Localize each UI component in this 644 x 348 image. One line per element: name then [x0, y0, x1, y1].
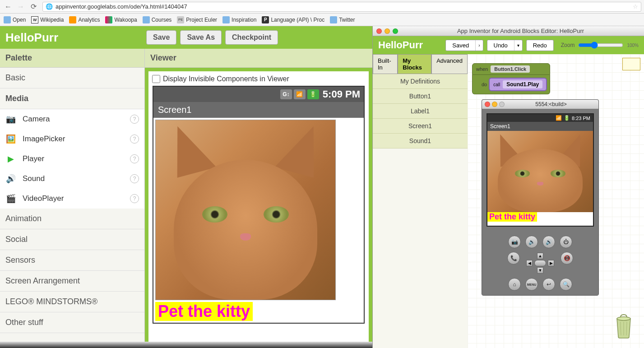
save-as-button[interactable]: Save As	[180, 30, 222, 45]
emu-camera-button[interactable]: 📷	[508, 236, 521, 248]
palette-category-basic[interactable]: Basic	[0, 68, 144, 88]
tab-myblocks[interactable]: My Blocks	[398, 54, 431, 74]
bookmark-wikipedia[interactable]: WWikipedia	[31, 16, 64, 23]
emu-home-button[interactable]: ⌂	[508, 278, 521, 291]
label1[interactable]: Pet the kitty	[155, 302, 253, 321]
blocks-canvas[interactable]: when Button1.Click do call Sound1.Play	[468, 54, 644, 348]
zoom-window-button[interactable]	[393, 28, 398, 34]
bookmark-projecteuler[interactable]: PEProject Euler	[177, 16, 217, 23]
emu-signal-icon: 📶	[556, 115, 562, 121]
bookmark-language[interactable]: PLanguage (API) \ Proc	[262, 16, 324, 23]
palette-category-other[interactable]: Other stuff	[0, 312, 144, 333]
call-sound1-play-block[interactable]: call Sound1.Play	[489, 78, 547, 91]
trash-icon[interactable]	[612, 312, 635, 339]
help-icon[interactable]: ?	[130, 135, 139, 144]
viewer-title: Viewer	[145, 49, 372, 68]
emu-dpad[interactable]: ▲ ▼ ◀ ▶	[524, 252, 556, 274]
help-icon[interactable]: ?	[130, 174, 139, 183]
phone-status-bar: G↕ 📶 🔋 5:09 PM	[153, 87, 364, 102]
palette-category-social[interactable]: Social	[0, 229, 144, 250]
drawer-mydefinitions[interactable]: My Definitions	[373, 74, 468, 89]
processing-icon: P	[262, 16, 269, 23]
emu-voldown-button[interactable]: 🔉	[525, 236, 538, 248]
phone-mockup: G↕ 📶 🔋 5:09 PM Screen1	[153, 86, 365, 324]
when-button1-click-block[interactable]: when Button1.Click do call Sound1.Play	[472, 63, 550, 94]
emu-call-button[interactable]: 📞	[507, 252, 520, 264]
battery-icon: 🔋	[307, 89, 319, 99]
zoom-slider[interactable]	[578, 42, 623, 49]
bookmark-star-icon[interactable]: ☆	[633, 3, 638, 10]
close-window-button[interactable]	[376, 28, 382, 34]
palette-category-animation[interactable]: Animation	[0, 209, 144, 229]
emu-search-button[interactable]: 🔍	[560, 278, 572, 291]
projecteuler-icon: PE	[177, 16, 184, 23]
phone-time: 5:09 PM	[323, 88, 360, 100]
tab-advanced[interactable]: Advanced	[431, 54, 468, 74]
folder-icon	[4, 16, 11, 23]
dpad-right[interactable]: ▶	[548, 260, 554, 266]
minimize-window-button[interactable]	[385, 28, 390, 34]
emu-menu-button[interactable]: MENU	[525, 278, 538, 291]
emu-volup-button[interactable]: 🔊	[542, 236, 555, 248]
palette-item-imagepicker[interactable]: 🖼️ ImagePicker ?	[0, 129, 144, 149]
emu-time: 8:23 PM	[572, 116, 590, 121]
saved-dropdown[interactable]: ›	[476, 41, 482, 50]
emu-power-button[interactable]: ⏻	[560, 236, 572, 248]
palette-category-media[interactable]: Media	[0, 88, 144, 109]
save-button[interactable]: Save	[146, 30, 176, 45]
dpad-left[interactable]: ◀	[526, 260, 533, 266]
button1-cat-image[interactable]	[155, 120, 336, 300]
emulator-titlebar[interactable]: 5554:<build>	[482, 100, 598, 109]
drawer-label1[interactable]: Label1	[373, 104, 468, 119]
play-icon: ▶	[5, 153, 16, 164]
emulator-window[interactable]: 5554:<build> 📶 🔋 8:23 PM Screen1	[482, 99, 599, 296]
palette-item-camera[interactable]: 📷 Camera ?	[0, 109, 144, 129]
wikipedia-icon: W	[31, 16, 38, 23]
dpad-center[interactable]	[534, 260, 546, 266]
help-icon[interactable]: ?	[130, 115, 139, 124]
palette-category-lego[interactable]: LEGO® MINDSTORMS®	[0, 292, 144, 312]
palette-item-videoplayer[interactable]: 🎬 VideoPlayer ?	[0, 189, 144, 209]
mac-titlebar[interactable]: App Inventor for Android Blocks Editor: …	[373, 26, 644, 36]
back-button[interactable]: ←	[3, 1, 14, 12]
palette-item-player[interactable]: ▶ Player ?	[0, 149, 144, 169]
drawer-button1[interactable]: Button1	[373, 89, 468, 104]
bookmark-inspiration[interactable]: Inspiration	[222, 16, 256, 23]
bookmark-open[interactable]: Open	[4, 16, 26, 23]
forward-button[interactable]: →	[15, 1, 26, 12]
url-bar[interactable]: 🌐 appinventor.googlelabs.com/ode/Ya.html…	[42, 2, 641, 12]
undo-dropdown[interactable]: ▾	[514, 41, 522, 50]
window-title: App Inventor for Android Blocks Editor: …	[401, 28, 640, 34]
emu-endcall-button[interactable]: 📵	[561, 252, 573, 264]
drawer-sound1[interactable]: Sound1	[373, 134, 468, 148]
dpad-down[interactable]: ▼	[537, 267, 543, 274]
reload-button[interactable]: ⟳	[28, 1, 39, 12]
emulator-hw-buttons: 📷 🔉 🔊 ⏻ 📞 ▲ ▼ ◀ ▶	[482, 231, 598, 295]
palette-category-screen[interactable]: Screen Arrangement	[0, 271, 144, 292]
emu-close-button[interactable]	[485, 102, 490, 107]
bookmark-bar: Open WWikipedia Analytics Wakoopa Course…	[0, 14, 644, 26]
drawer-screen1[interactable]: Screen1	[373, 119, 468, 134]
display-invisible-checkbox[interactable]	[152, 75, 160, 83]
emu-button1-cat[interactable]	[487, 131, 593, 212]
redo-button[interactable]: Redo	[527, 40, 553, 51]
bookmark-analytics[interactable]: Analytics	[69, 16, 100, 23]
undo-button[interactable]: Undo	[487, 40, 514, 51]
checkpoint-button[interactable]: Checkpoint	[225, 30, 278, 45]
minimap[interactable]	[622, 58, 640, 70]
emu-minimize-button[interactable]	[492, 102, 497, 107]
svg-point-0	[617, 317, 630, 320]
tab-builtin[interactable]: Built-In	[373, 54, 398, 74]
bookmark-courses[interactable]: Courses	[143, 16, 172, 23]
palette-category-sensors[interactable]: Sensors	[0, 250, 144, 271]
palette-media-items: 📷 Camera ? 🖼️ ImagePicker ? ▶ Player ?	[0, 109, 144, 209]
emu-screen-title: Screen1	[487, 122, 593, 131]
emu-zoom-button[interactable]	[499, 102, 505, 107]
dpad-up[interactable]: ▲	[537, 253, 543, 259]
bookmark-twitter[interactable]: Twitter	[330, 16, 355, 23]
help-icon[interactable]: ?	[130, 194, 139, 203]
bookmark-wakoopa[interactable]: Wakoopa	[105, 16, 137, 23]
palette-item-sound[interactable]: 🔊 Sound ?	[0, 169, 144, 189]
emu-back-button[interactable]: ↩	[542, 278, 555, 291]
help-icon[interactable]: ?	[130, 154, 139, 163]
